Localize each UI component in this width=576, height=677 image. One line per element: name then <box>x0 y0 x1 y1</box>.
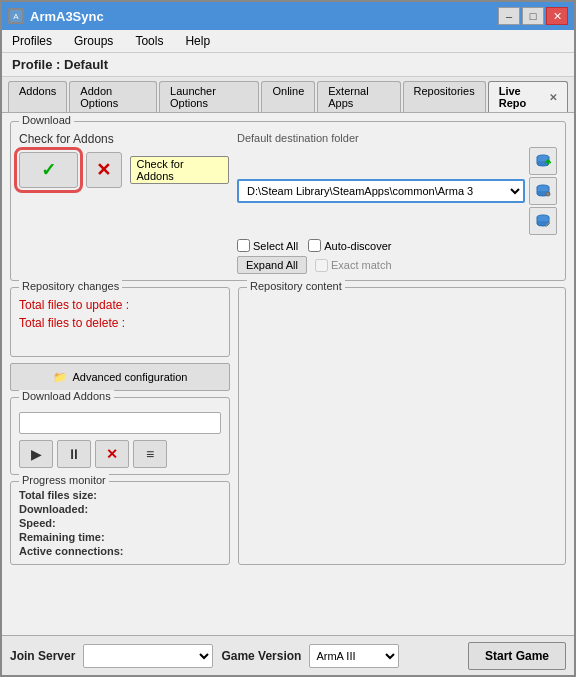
download-section-label: Download <box>19 114 74 126</box>
check-verify-button[interactable]: ✓ <box>19 152 78 188</box>
tab-addons[interactable]: Addons <box>8 81 67 112</box>
progress-monitor-section: Progress monitor Total files size: Downl… <box>10 481 230 565</box>
progress-monitor-label: Progress monitor <box>19 474 109 486</box>
total-files-size-row: Total files size: <box>19 488 221 502</box>
menu-tools[interactable]: Tools <box>129 32 169 50</box>
play-icon: ▶ <box>31 446 42 462</box>
menu-groups[interactable]: Groups <box>68 32 119 50</box>
crossmark-icon: ✕ <box>96 159 111 181</box>
total-files-size-label: Total files size: <box>19 489 97 501</box>
bottom-section: Repository changes Total files to update… <box>10 287 566 565</box>
exact-match-item: Exact match <box>315 259 392 272</box>
expand-row: Expand All Exact match <box>237 256 557 274</box>
repo-content-label: Repository content <box>247 280 345 292</box>
pause-icon: ⏸ <box>67 446 82 462</box>
maximize-button[interactable]: □ <box>522 7 544 25</box>
remaining-time-row: Remaining time: <box>19 530 221 544</box>
total-files-delete: Total files to delete : <box>19 316 221 330</box>
tab-online[interactable]: Online <box>261 81 315 112</box>
dl-input-container <box>19 412 221 434</box>
repo-content-box: Repository content <box>238 287 566 565</box>
svg-text:A: A <box>13 12 19 21</box>
exact-match-label: Exact match <box>331 259 392 271</box>
title-bar-left: A ArmA3Sync <box>8 8 104 24</box>
stop-icon: ✕ <box>106 446 118 462</box>
tab-close-icon[interactable]: ✕ <box>549 92 557 103</box>
download-addons-label: Download Addons <box>19 390 114 402</box>
left-column: Repository changes Total files to update… <box>10 287 230 565</box>
start-game-button[interactable]: Start Game <box>468 642 566 670</box>
check-addons-label: Check for Addons <box>19 132 229 146</box>
downloaded-row: Downloaded: <box>19 502 221 516</box>
dl-buttons-row: ▶ ⏸ ✕ ≡ <box>19 440 221 468</box>
auto-discover-checkbox[interactable] <box>308 239 321 252</box>
minimize-button[interactable]: – <box>498 7 520 25</box>
menu-bar: Profiles Groups Tools Help <box>2 30 574 53</box>
select-all-checkbox[interactable] <box>237 239 250 252</box>
tab-repositories[interactable]: Repositories <box>403 81 486 112</box>
folder-select[interactable]: D:\Steam Library\SteamApps\common\Arma 3 <box>237 179 525 203</box>
file-list-button[interactable]: ≡ <box>133 440 167 468</box>
join-server-label: Join Server <box>10 649 75 663</box>
advanced-btn-label: Advanced configuration <box>73 371 188 383</box>
checkboxes-row: Select All Auto-discover <box>237 239 557 252</box>
speed-row: Speed: <box>19 516 221 530</box>
active-connections-label: Active connections: <box>19 545 124 557</box>
download-addons-section: Download Addons ▶ ⏸ ✕ <box>10 397 230 475</box>
right-icon-btns <box>529 147 557 235</box>
speed-label: Speed: <box>19 517 56 529</box>
active-connections-row: Active connections: <box>19 544 221 558</box>
db-edit-button[interactable] <box>529 207 557 235</box>
game-version-select[interactable]: ArmA III <box>309 644 399 668</box>
repo-changes-box: Repository changes Total files to update… <box>10 287 230 357</box>
title-bar: A ArmA3Sync – □ ✕ <box>2 2 574 30</box>
db-settings-button[interactable] <box>529 177 557 205</box>
advanced-configuration-button[interactable]: 📁 Advanced configuration <box>10 363 230 391</box>
auto-discover-label: Auto-discover <box>324 240 391 252</box>
game-version-label: Game Version <box>221 649 301 663</box>
window-title: ArmA3Sync <box>30 9 104 24</box>
menu-help[interactable]: Help <box>179 32 216 50</box>
checkmark-icon: ✓ <box>41 159 56 181</box>
select-all-label: Select All <box>253 240 298 252</box>
menu-profiles[interactable]: Profiles <box>6 32 58 50</box>
destination-folder-section: Default destination folder D:\Steam Libr… <box>237 132 557 274</box>
exact-match-checkbox[interactable] <box>315 259 328 272</box>
bottom-bar: Join Server Game Version ArmA III Start … <box>2 635 574 675</box>
pause-button[interactable]: ⏸ <box>57 440 91 468</box>
folder-select-row: D:\Steam Library\SteamApps\common\Arma 3 <box>237 147 557 235</box>
select-all-item: Select All <box>237 239 298 252</box>
repo-changes-label: Repository changes <box>19 280 122 292</box>
destination-folder-label: Default destination folder <box>237 132 557 144</box>
play-button[interactable]: ▶ <box>19 440 53 468</box>
stop-button[interactable]: ✕ <box>95 440 129 468</box>
close-button[interactable]: ✕ <box>546 7 568 25</box>
total-files-update: Total files to update : <box>19 298 221 312</box>
main-window: A ArmA3Sync – □ ✕ Profiles Groups Tools … <box>0 0 576 677</box>
svg-point-4 <box>546 192 550 196</box>
download-section: Download Check for Addons ✓ ✕ Check for … <box>10 121 566 281</box>
main-content: Download Check for Addons ✓ ✕ Check for … <box>2 113 574 635</box>
check-addons-row: Check for Addons ✓ ✕ Check for Addons De… <box>19 132 557 274</box>
download-addons-input[interactable] <box>19 412 221 434</box>
db-export-button[interactable] <box>529 147 557 175</box>
tab-launcher-options[interactable]: Launcher Options <box>159 81 259 112</box>
profile-bar: Profile : Default <box>2 53 574 77</box>
check-addons-tooltip: Check for Addons <box>130 156 229 184</box>
file-list-icon: ≡ <box>146 446 154 462</box>
downloaded-label: Downloaded: <box>19 503 88 515</box>
folder-icon: 📁 <box>53 371 67 384</box>
auto-discover-item: Auto-discover <box>308 239 391 252</box>
expand-all-button[interactable]: Expand All <box>237 256 307 274</box>
tab-external-apps[interactable]: External Apps <box>317 81 400 112</box>
tab-addon-options[interactable]: Addon Options <box>69 81 157 112</box>
tabs-bar: Addons Addon Options Launcher Options On… <box>2 77 574 113</box>
check-addons-left: Check for Addons ✓ ✕ Check for Addons <box>19 132 229 188</box>
tab-live-repo[interactable]: Live Repo ✕ <box>488 81 568 112</box>
join-server-select[interactable] <box>83 644 213 668</box>
check-btns-row: ✓ ✕ Check for Addons <box>19 152 229 188</box>
check-cancel-button[interactable]: ✕ <box>86 152 121 188</box>
app-icon: A <box>8 8 24 24</box>
profile-label: Profile : Default <box>12 57 108 72</box>
window-controls: – □ ✕ <box>498 7 568 25</box>
